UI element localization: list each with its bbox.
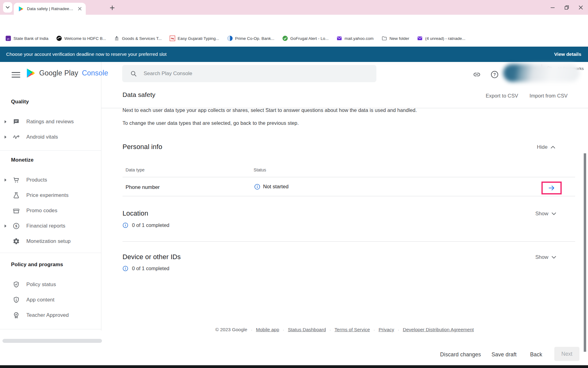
badge-check-icon [12, 311, 20, 319]
close-window-button[interactable] [578, 5, 583, 10]
bookmark-item[interactable]: (4 unread) - ratnade... [417, 36, 465, 41]
help-button[interactable]: ? [490, 70, 499, 79]
search-input[interactable]: Search Play Console [122, 65, 376, 82]
svg-text:yo: yo [7, 38, 9, 40]
chevron-down-icon [6, 6, 10, 9]
import-csv-button[interactable]: Import from CSV [530, 93, 567, 99]
show-toggle-device-ids[interactable]: Show [535, 254, 556, 260]
tab-close-icon[interactable] [77, 6, 83, 12]
hdfc-favicon [56, 36, 62, 41]
back-step-button[interactable]: Back [530, 351, 542, 358]
sidebar-item-ratings-and-reviews[interactable]: Ratings and reviews [0, 114, 100, 129]
banner-message: Choose your account verification deadlin… [6, 52, 167, 57]
screen-bottom-edge [0, 365, 588, 368]
verification-banner: Choose your account verification deadlin… [0, 47, 588, 62]
search-placeholder: Search Play Console [144, 71, 192, 77]
expand-arrow-icon[interactable] [4, 135, 7, 139]
sidebar-item-app-content[interactable]: App content [0, 292, 100, 308]
bookmark-item[interactable]: Prime Co-Op. Bank... [227, 36, 274, 41]
sidebar-section-divider [0, 253, 101, 253]
tab-search-button[interactable] [3, 2, 12, 13]
discard-changes-button[interactable]: Discard changes [440, 351, 481, 358]
bookmark-item[interactable]: GoFrugal Alert - Lo... [282, 36, 329, 41]
sidebar-item-promo-codes[interactable]: Promo codes [0, 203, 100, 218]
table-row-border [123, 196, 575, 196]
expand-arrow-icon[interactable] [4, 120, 7, 124]
start-arrow-button[interactable] [541, 182, 562, 194]
vitals-icon [12, 133, 20, 141]
footer-link-status-dashboard[interactable]: Status Dashboard [288, 327, 326, 332]
arrow-right-icon [548, 184, 556, 192]
sidebar-item-price-experiments[interactable]: Price experiments [0, 188, 100, 203]
browser-toolbar: play.google.com/console/u/0/developers/8… [0, 15, 588, 30]
sidebar-section-divider [0, 329, 101, 329]
hide-toggle[interactable]: Hide [537, 144, 555, 150]
browser-tab[interactable]: Data safety | Ratnadeep Ordr [14, 3, 86, 15]
folder-favicon [382, 36, 387, 41]
restore-button[interactable] [564, 5, 569, 10]
vertical-scrollbar-thumb[interactable] [584, 153, 586, 352]
sidebar-section-policy: Policy and programs [11, 262, 97, 268]
svg-text:$: $ [15, 224, 17, 228]
sidebar-item-teacher-approved[interactable]: Teacher Approved [0, 308, 100, 323]
gear-icon [12, 237, 20, 245]
reviews-icon [12, 118, 20, 126]
chevron-up-icon [551, 146, 555, 149]
intro-paragraph-1: Next to each user data type your app col… [123, 107, 417, 113]
section-title-personal-info: Personal info [123, 143, 162, 151]
prime-favicon [227, 36, 233, 41]
footer-link-mobile-app[interactable]: Mobile app [256, 327, 279, 332]
bookmark-item[interactable]: અ Easy Gujarati Typing... [170, 36, 219, 41]
bookmark-item[interactable]: New folder [382, 36, 409, 41]
minimize-button[interactable] [550, 5, 555, 10]
cart-icon [12, 176, 20, 184]
expand-arrow-icon[interactable] [4, 224, 7, 228]
sidebar-item-products[interactable]: Products [0, 172, 100, 188]
brand-google-play: Google Play [39, 69, 78, 77]
sidebar-divider [101, 62, 101, 331]
page-footer: © 2023 Google · Mobile app · Status Dash… [101, 327, 588, 332]
bookmark-item[interactable]: yo State Bank of India [6, 36, 48, 41]
show-toggle-location[interactable]: Show [535, 211, 556, 217]
tab-strip: Data safety | Ratnadeep Ordr [0, 0, 588, 15]
status-cell: Not started [254, 184, 288, 190]
footer-link-privacy[interactable]: Privacy [379, 327, 394, 332]
sidebar-item-monetization-setup[interactable]: Monetization setup [0, 234, 100, 249]
browser-window: Data safety | Ratnadeep Ordr play.google… [0, 0, 588, 368]
next-button-disabled[interactable]: Next [554, 347, 579, 361]
horizontal-scrollbar-thumb[interactable] [2, 339, 102, 343]
brand-console: Console [82, 69, 108, 77]
save-draft-button[interactable]: Save draft [492, 351, 517, 358]
new-tab-button[interactable] [108, 3, 116, 12]
play-logo-icon [26, 68, 36, 78]
page-title: Data safety [123, 91, 155, 98]
footer-link-terms-of-service[interactable]: Terms of Service [334, 327, 370, 332]
bookmark-item[interactable]: Welcome to HDFC B... [56, 36, 106, 41]
gofrugal-favicon [282, 36, 288, 41]
view-details-button[interactable]: View details [554, 52, 581, 57]
sidebar-item-policy-status[interactable]: Policy status [0, 277, 100, 292]
info-icon [123, 222, 128, 228]
data-type-cell: Phone number [126, 184, 160, 190]
account-chip-blurred[interactable] [503, 64, 580, 82]
info-icon [123, 266, 128, 271]
sidebar-item-android-vitals[interactable]: Android vitals [0, 129, 100, 145]
expand-arrow-icon[interactable] [4, 178, 7, 182]
export-csv-button[interactable]: Export to CSV [486, 93, 518, 99]
section-title-location: Location [123, 209, 148, 217]
help-icon: ? [490, 70, 499, 79]
location-progress: 0 of 1 completed [123, 222, 169, 228]
play-logo-icon [18, 6, 24, 12]
bookmark-item[interactable]: Goods & Services T... [114, 36, 162, 41]
bookmark-item[interactable]: mail.yahoo.com [337, 36, 374, 41]
status-text: Not started [263, 184, 288, 190]
mail-favicon [337, 36, 342, 41]
gujarati-favicon: અ [170, 36, 175, 41]
storefront-icon [12, 207, 20, 215]
device-ids-progress: 0 of 1 completed [123, 266, 169, 271]
hamburger-menu-button[interactable] [12, 71, 20, 79]
sbi-favicon: yo [6, 36, 11, 41]
sidebar-item-financial-reports[interactable]: $ Financial reports [0, 218, 100, 234]
copy-link-button[interactable] [472, 70, 481, 79]
footer-link-dda[interactable]: Developer Distribution Agreement [403, 327, 474, 332]
